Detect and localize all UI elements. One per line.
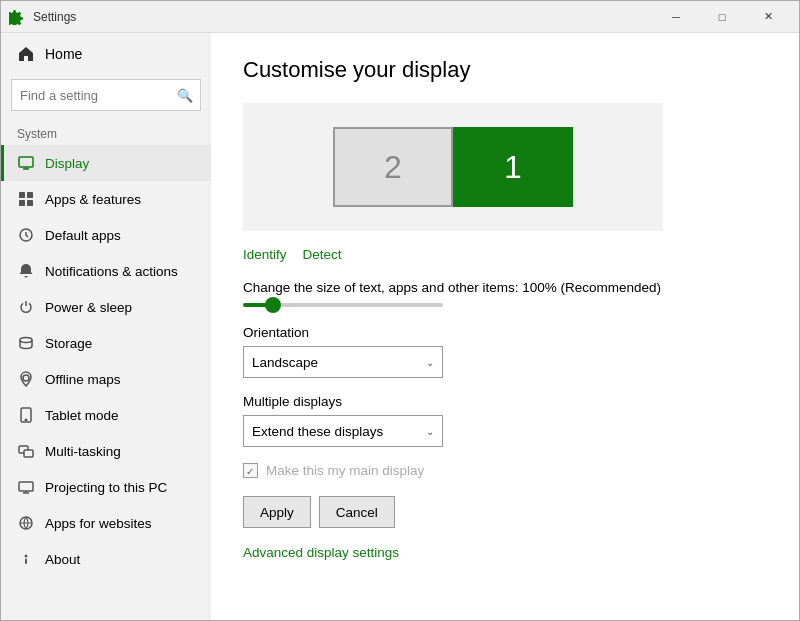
sidebar-item-about[interactable]: About xyxy=(1,541,211,577)
storage-icon xyxy=(17,334,35,352)
app-body: Home 🔍 System Display xyxy=(1,33,799,620)
sidebar-item-multitasking-label: Multi-tasking xyxy=(45,444,121,459)
main-display-checkbox-label: Make this my main display xyxy=(266,463,424,478)
scale-label: Change the size of text, apps and other … xyxy=(243,280,767,295)
sidebar-item-offline-maps[interactable]: Offline maps xyxy=(1,361,211,397)
settings-window-icon xyxy=(9,9,25,25)
sidebar-item-apps-websites-label: Apps for websites xyxy=(45,516,152,531)
sidebar-item-display-label: Display xyxy=(45,156,89,171)
sidebar-item-default-apps[interactable]: Default apps xyxy=(1,217,211,253)
sidebar-item-notifications[interactable]: Notifications & actions xyxy=(1,253,211,289)
window-controls: ─ □ ✕ xyxy=(653,1,791,33)
svg-rect-0 xyxy=(19,157,33,167)
scale-slider-track[interactable] xyxy=(243,303,443,307)
title-bar: Settings ─ □ ✕ xyxy=(1,1,799,33)
sidebar-item-tablet-mode-label: Tablet mode xyxy=(45,408,119,423)
scale-section: Change the size of text, apps and other … xyxy=(243,280,767,307)
multiple-displays-dropdown[interactable]: Extend these displays ⌄ xyxy=(243,415,443,447)
sidebar-item-notifications-label: Notifications & actions xyxy=(45,264,178,279)
search-icon: 🔍 xyxy=(177,88,193,103)
apply-button[interactable]: Apply xyxy=(243,496,311,528)
identify-link[interactable]: Identify xyxy=(243,247,287,262)
sidebar: Home 🔍 System Display xyxy=(1,33,211,620)
sidebar-section-label: System xyxy=(1,119,211,145)
svg-rect-4 xyxy=(27,200,33,206)
multiple-displays-dropdown-arrow: ⌄ xyxy=(426,426,434,437)
sidebar-item-default-apps-label: Default apps xyxy=(45,228,121,243)
title-bar-left: Settings xyxy=(9,9,76,25)
svg-point-6 xyxy=(20,338,32,343)
settings-window: Settings ─ □ ✕ Home 🔍 System xyxy=(0,0,800,621)
power-icon xyxy=(17,298,35,316)
sidebar-item-power-sleep[interactable]: Power & sleep xyxy=(1,289,211,325)
home-label: Home xyxy=(45,46,82,62)
slider-thumb[interactable] xyxy=(265,297,281,313)
orientation-dropdown-arrow: ⌄ xyxy=(426,357,434,368)
svg-point-9 xyxy=(25,419,27,421)
projecting-icon xyxy=(17,478,35,496)
offline-maps-icon xyxy=(17,370,35,388)
advanced-display-settings-link[interactable]: Advanced display settings xyxy=(243,545,399,560)
svg-point-14 xyxy=(25,555,28,558)
notifications-icon xyxy=(17,262,35,280)
sidebar-item-power-label: Power & sleep xyxy=(45,300,132,315)
svg-rect-15 xyxy=(25,559,27,565)
main-display-checkbox[interactable]: ✓ xyxy=(243,463,258,478)
svg-rect-1 xyxy=(19,192,25,198)
search-input[interactable] xyxy=(11,79,201,111)
close-button[interactable]: ✕ xyxy=(745,1,791,33)
svg-rect-11 xyxy=(24,450,33,457)
orientation-dropdown[interactable]: Landscape ⌄ xyxy=(243,346,443,378)
links-row: Identify Detect xyxy=(243,247,767,262)
monitor-1[interactable]: 1 xyxy=(453,127,573,207)
orientation-label: Orientation xyxy=(243,325,767,340)
sidebar-item-multitasking[interactable]: Multi-tasking xyxy=(1,433,211,469)
monitor-2[interactable]: 2 xyxy=(333,127,453,207)
sidebar-item-apps-features[interactable]: Apps & features xyxy=(1,181,211,217)
multiple-displays-label: Multiple displays xyxy=(243,394,767,409)
checkbox-checkmark: ✓ xyxy=(246,466,256,476)
home-icon xyxy=(17,45,35,63)
multiple-displays-section: Multiple displays Extend these displays … xyxy=(243,394,767,447)
window-title: Settings xyxy=(33,10,76,24)
main-display-checkbox-row: ✓ Make this my main display xyxy=(243,463,767,478)
sidebar-item-storage[interactable]: Storage xyxy=(1,325,211,361)
sidebar-item-apps-features-label: Apps & features xyxy=(45,192,141,207)
sidebar-item-storage-label: Storage xyxy=(45,336,92,351)
sidebar-item-projecting-label: Projecting to this PC xyxy=(45,480,167,495)
sidebar-item-tablet-mode[interactable]: Tablet mode xyxy=(1,397,211,433)
main-content: Customise your display 2 1 Identify Dete… xyxy=(211,33,799,620)
sidebar-home[interactable]: Home xyxy=(1,33,211,75)
action-buttons: Apply Cancel xyxy=(243,496,767,528)
multitasking-icon xyxy=(17,442,35,460)
sidebar-item-about-label: About xyxy=(45,552,80,567)
detect-link[interactable]: Detect xyxy=(303,247,342,262)
minimize-button[interactable]: ─ xyxy=(653,1,699,33)
orientation-value: Landscape xyxy=(252,355,318,370)
page-title: Customise your display xyxy=(243,57,767,83)
maximize-button[interactable]: □ xyxy=(699,1,745,33)
apps-features-icon xyxy=(17,190,35,208)
svg-rect-12 xyxy=(19,482,33,491)
display-preview: 2 1 xyxy=(243,103,663,231)
default-apps-icon xyxy=(17,226,35,244)
sidebar-search-container: 🔍 xyxy=(11,79,201,111)
orientation-section: Orientation Landscape ⌄ xyxy=(243,325,767,378)
sidebar-item-offline-maps-label: Offline maps xyxy=(45,372,121,387)
svg-rect-3 xyxy=(19,200,25,206)
multiple-displays-value: Extend these displays xyxy=(252,424,383,439)
tablet-mode-icon xyxy=(17,406,35,424)
sidebar-item-projecting[interactable]: Projecting to this PC xyxy=(1,469,211,505)
about-icon xyxy=(17,550,35,568)
svg-rect-2 xyxy=(27,192,33,198)
sidebar-item-display[interactable]: Display xyxy=(1,145,211,181)
sidebar-item-apps-websites[interactable]: Apps for websites xyxy=(1,505,211,541)
apps-websites-icon xyxy=(17,514,35,532)
display-icon xyxy=(17,154,35,172)
svg-point-7 xyxy=(23,375,29,381)
cancel-button[interactable]: Cancel xyxy=(319,496,395,528)
